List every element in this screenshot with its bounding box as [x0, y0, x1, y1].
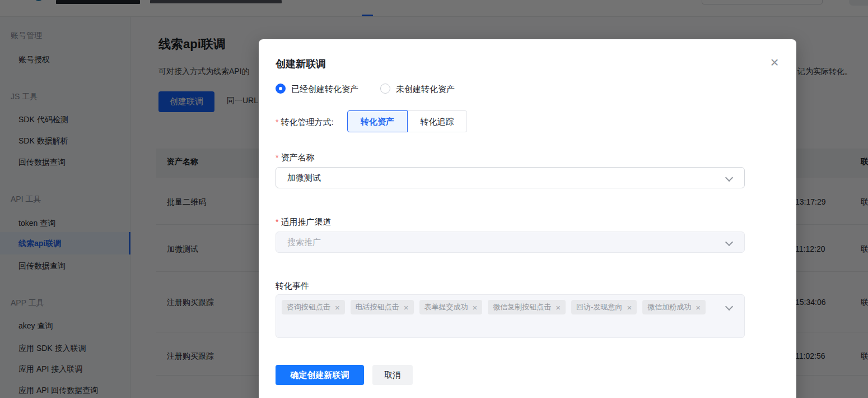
- chevron-down-icon: [726, 304, 732, 309]
- confirm-create-button[interactable]: 确定创建新联调: [276, 365, 364, 385]
- create-debug-modal: 创建新联调 × 已经创建转化资产 未创建转化资产 *转化管理方式: 转化资产 转…: [259, 39, 796, 398]
- required-mark: *: [276, 217, 278, 226]
- asset-name-select[interactable]: 加微测试: [276, 167, 745, 188]
- radio-unselected-icon[interactable]: [380, 84, 390, 94]
- segment-conversion-asset[interactable]: 转化资产: [347, 110, 408, 132]
- asset-name-label: *资产名称: [276, 151, 314, 164]
- radio-label-asset-not-created[interactable]: 未创建转化资产: [396, 82, 455, 96]
- tag-remove-icon[interactable]: ×: [335, 303, 340, 312]
- event-tag: 微信加粉成功×: [642, 300, 706, 314]
- segment-conversion-track[interactable]: 转化追踪: [408, 110, 467, 132]
- event-tag: 电话按钮点击×: [351, 300, 414, 314]
- conversion-event-multiselect[interactable]: 咨询按钮点击× 电话按钮点击× 表单提交成功× 微信复制按钮点击× 回访-发现意…: [276, 294, 745, 338]
- tag-remove-icon[interactable]: ×: [627, 303, 632, 312]
- asset-name-select-value: 加微测试: [287, 168, 321, 188]
- event-tag: 回访-发现意向×: [571, 300, 637, 314]
- chevron-down-icon: [726, 239, 732, 245]
- radio-label-asset-created[interactable]: 已经创建转化资产: [291, 82, 358, 96]
- required-mark: *: [276, 153, 278, 162]
- chevron-down-icon: [726, 175, 732, 181]
- modal-title: 创建新联调: [276, 57, 326, 71]
- tag-remove-icon[interactable]: ×: [556, 303, 561, 312]
- tag-remove-icon[interactable]: ×: [696, 303, 701, 312]
- event-tag-list: 咨询按钮点击× 电话按钮点击× 表单提交成功× 微信复制按钮点击× 回访-发现意…: [282, 300, 718, 314]
- radio-selected-icon[interactable]: [276, 84, 286, 94]
- promo-channel-label: *适用推广渠道: [276, 216, 331, 228]
- cancel-button[interactable]: 取消: [372, 365, 413, 385]
- tag-remove-icon[interactable]: ×: [473, 303, 478, 312]
- event-tag: 咨询按钮点击×: [282, 300, 345, 314]
- event-tag: 微信复制按钮点击×: [488, 300, 566, 314]
- promo-channel-select: 搜索推广: [276, 232, 745, 253]
- conversion-event-label: 转化事件: [276, 280, 309, 292]
- required-mark: *: [276, 118, 278, 127]
- management-mode-segmented-control: 转化资产 转化追踪: [347, 110, 467, 132]
- promo-channel-select-value: 搜索推广: [287, 232, 321, 252]
- close-icon[interactable]: ×: [766, 54, 783, 71]
- tag-remove-icon[interactable]: ×: [404, 303, 409, 312]
- management-mode-label: *转化管理方式:: [276, 115, 334, 129]
- event-tag: 表单提交成功×: [419, 300, 483, 314]
- app-root: 账号管理 账号授权 JS 工具 SDK 代码检测 SDK 数据解析 回传数据查询…: [0, 0, 868, 398]
